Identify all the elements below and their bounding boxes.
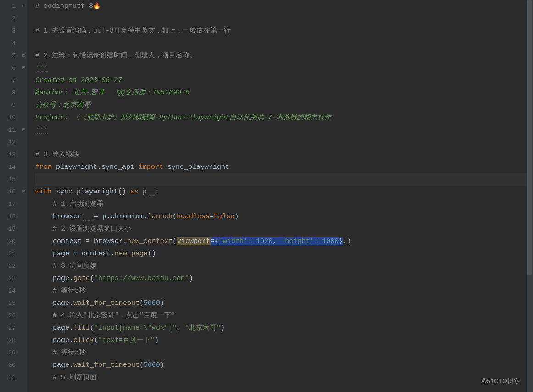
line-number[interactable]: 20 xyxy=(0,235,16,248)
fold-toggle-icon[interactable]: ⊟ xyxy=(20,50,28,62)
line-number[interactable]: 3 xyxy=(0,25,16,37)
code-text: # coding=utf-8 xyxy=(35,2,93,10)
fold-toggle-icon[interactable]: ⊟ xyxy=(20,124,28,136)
scrollbar-thumb[interactable] xyxy=(527,0,532,275)
line-number[interactable]: 7 xyxy=(0,74,16,87)
fold-gutter[interactable]: ⊟ ⊟ ⊟ ⊟ ⊟ xyxy=(20,0,28,392)
line-number[interactable]: 10 xyxy=(0,111,16,124)
fold-toggle-icon[interactable]: ⊟ xyxy=(20,0,28,12)
fold-toggle-icon[interactable]: ⊟ xyxy=(20,62,28,74)
code-text: Project: 《《最新出炉》系列初窥篇-Python+Playwright自… xyxy=(35,114,331,121)
code-text: @author: 北京-宏哥 QQ交流群：705269076 xyxy=(35,89,189,97)
fire-icon: 🔥 xyxy=(93,3,100,10)
line-number[interactable]: 30 xyxy=(0,359,16,371)
line-number[interactable]: 4 xyxy=(0,37,16,50)
line-number[interactable]: 17 xyxy=(0,198,16,210)
code-editor[interactable]: 1 2 3 4 5 6 7 8 9 10 11 12 13 14 15 16 1… xyxy=(0,0,533,392)
code-text: 公众号：北京宏哥 xyxy=(35,101,90,109)
line-number[interactable]: 26 xyxy=(0,309,16,322)
watermark-text: ©51CTO博客 xyxy=(482,375,520,387)
line-number[interactable]: 23 xyxy=(0,272,16,285)
current-line[interactable] xyxy=(35,173,533,186)
code-text: from xyxy=(35,163,52,171)
vertical-scrollbar[interactable] xyxy=(527,0,533,392)
line-number[interactable]: 16 xyxy=(0,186,16,198)
highlighted-param: viewport xyxy=(177,237,211,245)
line-number[interactable]: 1 xyxy=(0,0,16,12)
line-number[interactable]: 24 xyxy=(0,285,16,297)
line-number[interactable]: 29 xyxy=(0,347,16,359)
line-number[interactable]: 25 xyxy=(0,297,16,309)
selection: ={'width': 1920, 'height': 1080} xyxy=(211,237,343,245)
code-text: ''' xyxy=(35,64,48,72)
line-number[interactable]: 15 xyxy=(0,173,16,186)
line-number[interactable]: 28 xyxy=(0,334,16,347)
line-number[interactable]: 2 xyxy=(0,12,16,25)
code-text: # 3.导入模块 xyxy=(35,151,79,159)
line-number[interactable]: 14 xyxy=(0,161,16,173)
code-text: # 2.注释：包括记录创建时间，创建人，项目名称。 xyxy=(35,52,196,60)
line-number[interactable]: 5 xyxy=(0,50,16,62)
line-number[interactable]: 9 xyxy=(0,99,16,111)
line-number[interactable]: 27 xyxy=(0,322,16,334)
code-text: ''' xyxy=(35,126,48,134)
line-number[interactable]: 18 xyxy=(0,210,16,223)
code-text: # 1.先设置编码，utf-8可支持中英文，如上，一般放在第一行 xyxy=(35,27,231,35)
line-number[interactable]: 22 xyxy=(0,260,16,272)
line-number[interactable]: 6 xyxy=(0,62,16,74)
line-number[interactable]: 19 xyxy=(0,223,16,235)
line-number[interactable]: 31 xyxy=(0,371,16,384)
code-content[interactable]: # coding=utf-8🔥 # 1.先设置编码，utf-8可支持中英文，如上… xyxy=(28,0,533,392)
indent-guide xyxy=(28,0,28,392)
fold-toggle-icon[interactable]: ⊟ xyxy=(20,186,28,198)
line-number[interactable]: 13 xyxy=(0,149,16,161)
line-number[interactable]: 8 xyxy=(0,87,16,99)
line-number[interactable]: 21 xyxy=(0,248,16,260)
line-number-gutter[interactable]: 1 2 3 4 5 6 7 8 9 10 11 12 13 14 15 16 1… xyxy=(0,0,20,392)
code-text: Created on 2023-06-27 xyxy=(35,77,122,84)
line-number[interactable]: 11 xyxy=(0,124,16,136)
line-number[interactable]: 12 xyxy=(0,136,16,149)
